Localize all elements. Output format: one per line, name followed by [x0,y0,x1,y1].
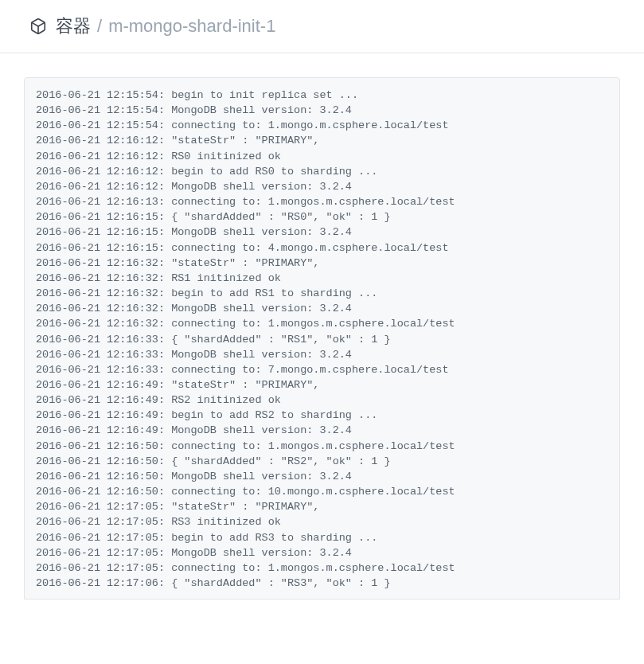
log-output[interactable]: 2016-06-21 12:15:54: begin to init repli… [24,77,620,600]
container-name: m-mongo-shard-init-1 [108,16,275,37]
page-title[interactable]: 容器 [56,14,91,38]
breadcrumb-separator: / [97,16,102,37]
breadcrumb-header: 容器 / m-mongo-shard-init-1 [0,0,644,53]
content-area: 2016-06-21 12:15:54: begin to init repli… [0,53,644,614]
cube-icon [29,17,48,36]
